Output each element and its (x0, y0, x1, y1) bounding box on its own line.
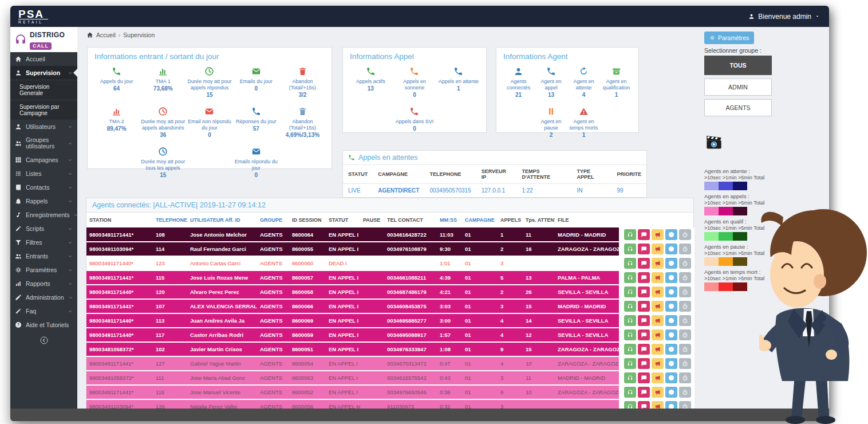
sidebar-item-entrants[interactable]: Entrants (10, 249, 77, 263)
info-button[interactable] (665, 344, 677, 355)
info-button[interactable] (665, 272, 677, 283)
timer-button[interactable] (679, 301, 691, 312)
listen-button[interactable] (624, 286, 636, 297)
timer-button[interactable] (679, 344, 691, 355)
info-button[interactable] (665, 286, 677, 297)
timer-button[interactable] (679, 315, 691, 326)
waiting-cell[interactable]: AGENTDIRECT (373, 184, 424, 198)
sidebar-item-filtres[interactable]: Filtres (10, 235, 77, 249)
info-button[interactable] (665, 358, 677, 369)
timer-button[interactable] (679, 286, 691, 297)
info-button[interactable] (665, 387, 677, 398)
timer-button[interactable] (679, 229, 691, 240)
sidebar-item-groupes-utilisateurs[interactable]: Groupes utilisateurs (10, 134, 77, 153)
listen-button[interactable] (624, 358, 636, 369)
sidebar-collapse-button[interactable] (10, 332, 77, 349)
announce-button[interactable] (652, 301, 664, 312)
sidebar-item-scripts[interactable]: Scripts (10, 222, 77, 235)
video-tutorial-icon[interactable] (704, 132, 724, 151)
sidebar-item-listes[interactable]: Listes (10, 167, 77, 180)
listen-button[interactable] (624, 387, 636, 398)
timer-button[interactable] (679, 387, 691, 398)
waiting-cell[interactable]: IN (572, 184, 612, 198)
sidebar-item-param-tres[interactable]: Paramètres (10, 263, 77, 277)
info-button[interactable] (665, 372, 677, 383)
info-button[interactable] (665, 329, 677, 340)
timer-button[interactable] (679, 358, 691, 369)
waiting-cell[interactable]: 1:22 (516, 184, 571, 198)
group-button-agents[interactable]: AGENTS (704, 99, 772, 116)
listen-button[interactable] (624, 229, 636, 240)
breadcrumb-home[interactable]: Accueil (96, 32, 116, 38)
waiting-cell[interactable]: 99 (611, 184, 646, 198)
agents-col-telephone[interactable]: TELEPHONE (153, 213, 187, 227)
sidebar-item-supervision-par-campagne[interactable]: Supervision par Campagne (10, 100, 77, 120)
sidebar-item-accueil[interactable]: Accueil (10, 52, 77, 66)
parameters-button[interactable]: Paramètres (704, 32, 754, 44)
listen-button[interactable] (624, 258, 636, 269)
chat-button[interactable] (638, 387, 650, 398)
announce-button[interactable] (652, 344, 664, 355)
announce-button[interactable] (652, 387, 664, 398)
announce-button[interactable] (652, 372, 664, 383)
sidebar-item-supervision[interactable]: Supervision (10, 66, 77, 80)
info-button[interactable] (665, 301, 677, 312)
waiting-cell[interactable]: LIVE (343, 184, 373, 198)
sidebar-item-enregistrements[interactable]: Enregistrements (10, 208, 77, 222)
chat-button[interactable] (638, 244, 650, 254)
agents-col-campagne[interactable]: CAMPAGNE (462, 213, 498, 227)
chat-button[interactable] (638, 229, 650, 240)
sidebar-item-utilisateurs[interactable]: Utilisateurs (10, 120, 77, 134)
chat-icon (641, 360, 647, 367)
info-button[interactable] (665, 244, 677, 254)
info-button[interactable] (665, 258, 677, 269)
sidebar-item-aide-et-tutoriels[interactable]: ?Aide et Tutoriels (10, 318, 77, 332)
waiting-cell[interactable]: 127.0.0.1 (476, 184, 517, 198)
chat-button[interactable] (638, 315, 650, 326)
listen-button[interactable] (624, 272, 636, 283)
sidebar-item-rapports[interactable]: Rapports (10, 277, 77, 290)
agents-col-groupe[interactable]: GROUPE (257, 213, 289, 227)
sidebar-item-campagnes[interactable]: Campagnes (10, 153, 77, 167)
chat-button[interactable] (638, 358, 650, 369)
announce-button[interactable] (652, 286, 664, 297)
announce-button[interactable] (652, 329, 664, 340)
listen-button[interactable] (624, 244, 636, 254)
group-button-tous[interactable]: TOUS (704, 56, 772, 75)
chat-button[interactable] (638, 258, 650, 269)
info-button[interactable] (665, 229, 677, 240)
timer-button[interactable] (679, 258, 691, 269)
sidebar-item-supervision-generale[interactable]: Supervision Generale (10, 80, 77, 100)
waiting-cell[interactable]: 0034950570315 (424, 184, 476, 198)
sidebar-item-faq[interactable]: Faq (10, 304, 77, 318)
chat-button[interactable] (638, 344, 650, 355)
agents-col-mm-ss[interactable]: MM:SS (437, 213, 462, 227)
chat-button[interactable] (638, 301, 650, 312)
sidebar-item-rappels[interactable]: Rappels (10, 194, 77, 208)
timer-button[interactable] (679, 244, 691, 254)
announce-button[interactable] (652, 315, 664, 326)
announce-button[interactable] (652, 244, 664, 254)
agents-col-utilisateur-aff-id[interactable]: UTILISATEUR Aff. ID (187, 213, 257, 227)
chat-button[interactable] (638, 272, 650, 283)
listen-button[interactable] (624, 329, 636, 340)
timer-button[interactable] (679, 272, 691, 283)
chat-button[interactable] (638, 372, 650, 383)
user-menu[interactable]: Bienvenue admin (748, 13, 829, 21)
announce-button[interactable] (652, 272, 664, 283)
listen-button[interactable] (624, 372, 636, 383)
listen-button[interactable] (624, 301, 636, 312)
timer-button[interactable] (679, 329, 691, 340)
announce-button[interactable] (652, 229, 664, 240)
sidebar-item-administration[interactable]: Administration (10, 290, 77, 304)
sidebar-item-contacts[interactable]: Contacts (10, 180, 77, 194)
timer-button[interactable] (679, 372, 691, 383)
announce-button[interactable] (652, 258, 664, 269)
listen-button[interactable] (624, 344, 636, 355)
group-button-admin[interactable]: ADMIN (704, 78, 772, 96)
chat-button[interactable] (638, 286, 650, 297)
listen-button[interactable] (624, 315, 636, 326)
announce-button[interactable] (652, 358, 664, 369)
chat-button[interactable] (638, 329, 650, 340)
info-button[interactable] (665, 315, 677, 326)
